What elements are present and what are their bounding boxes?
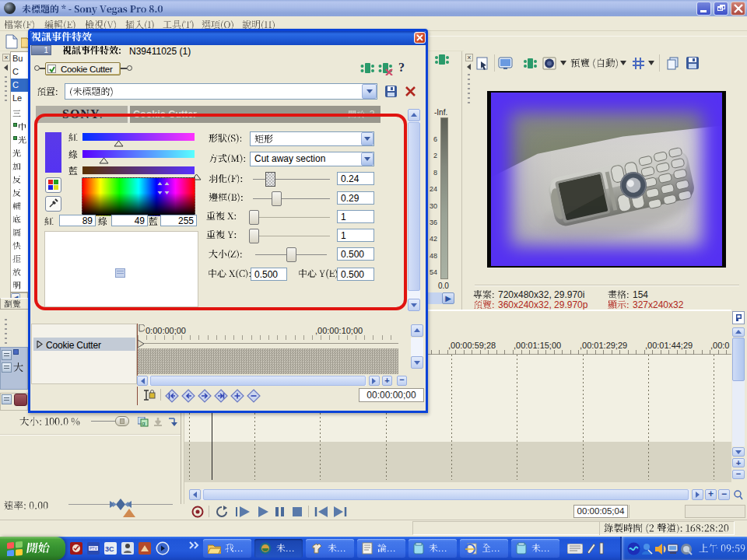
svg-text:3C: 3C (105, 545, 114, 553)
svg-text:α: α (142, 420, 146, 427)
svg-text:PTV: PTV (89, 546, 97, 551)
